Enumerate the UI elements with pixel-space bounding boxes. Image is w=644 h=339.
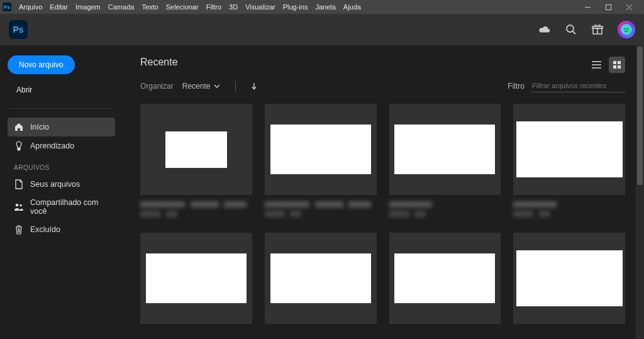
toolbar-divider xyxy=(235,81,236,91)
app-badge-small: Ps xyxy=(3,3,11,11)
header-actions xyxy=(538,21,635,38)
svg-point-17 xyxy=(592,61,593,62)
sidebar-item-label: Compartilhado com você xyxy=(30,198,109,216)
app-logo: Ps xyxy=(9,20,28,39)
recent-card[interactable] xyxy=(389,233,501,324)
card-meta xyxy=(140,201,252,220)
svg-rect-21 xyxy=(618,61,621,64)
menu-editar[interactable]: Editar xyxy=(46,3,72,11)
menu-janela[interactable]: Janela xyxy=(311,3,339,11)
sort-controls: Organizar Recente xyxy=(140,81,257,91)
organize-label: Organizar xyxy=(140,82,174,91)
sort-dropdown[interactable]: Recente xyxy=(182,82,221,91)
svg-line-5 xyxy=(573,31,575,34)
svg-rect-1 xyxy=(606,4,611,9)
page-title: Recente xyxy=(140,57,625,68)
lightbulb-icon xyxy=(14,141,24,151)
search-icon[interactable] xyxy=(565,23,577,36)
chevron-down-icon xyxy=(214,84,220,88)
menu-visualizar[interactable]: Visualizar xyxy=(242,3,279,11)
sidebar-item-label: Seus arquivos xyxy=(30,180,80,189)
svg-rect-23 xyxy=(618,65,621,69)
gift-icon[interactable] xyxy=(591,23,604,36)
svg-point-4 xyxy=(567,25,574,32)
menu-arquivo[interactable]: Arquivo xyxy=(15,3,46,11)
svg-point-12 xyxy=(16,204,19,207)
sidebar-item-your-files[interactable]: Seus arquivos xyxy=(8,175,115,194)
recent-card[interactable] xyxy=(389,104,501,220)
menu-ajuda[interactable]: Ajuda xyxy=(340,3,365,11)
sidebar-item-label: Excluído xyxy=(30,225,60,234)
menu-filtro[interactable]: Filtro xyxy=(203,3,225,11)
filter-controls: Filtro xyxy=(508,79,625,92)
people-icon xyxy=(14,202,24,212)
menu-selecionar[interactable]: Selecionar xyxy=(162,3,203,11)
home-icon xyxy=(14,122,24,132)
menu-3d[interactable]: 3D xyxy=(225,3,242,11)
grid-view-button[interactable] xyxy=(609,57,625,73)
menu-camada[interactable]: Camada xyxy=(104,3,138,11)
view-toggle xyxy=(589,57,625,73)
user-avatar[interactable] xyxy=(618,21,635,38)
thumbnail xyxy=(513,104,625,195)
card-meta xyxy=(265,201,377,220)
open-button[interactable]: Abrir xyxy=(8,81,41,99)
sidebar-section-header: ARQUIVOS xyxy=(8,155,115,175)
svg-rect-20 xyxy=(613,61,616,64)
filter-input[interactable] xyxy=(531,79,625,92)
sidebar-item-learn[interactable]: Aprendizado xyxy=(8,136,115,155)
avatar-inner xyxy=(621,24,632,35)
scrollbar-thumb[interactable] xyxy=(637,47,643,185)
menu-texto[interactable]: Texto xyxy=(138,3,162,11)
scrollbar-track[interactable] xyxy=(636,45,644,339)
thumbnail xyxy=(140,104,252,195)
sort-value: Recente xyxy=(182,82,211,91)
thumbnail xyxy=(389,104,501,195)
maximize-button[interactable] xyxy=(605,4,612,11)
content-area: Recente Organizar Recente Filtro xyxy=(123,45,644,339)
svg-rect-22 xyxy=(613,65,616,69)
thumbnail xyxy=(140,233,252,324)
recent-card[interactable] xyxy=(265,233,377,324)
thumbnail xyxy=(513,233,625,324)
recent-card[interactable] xyxy=(265,104,377,220)
sort-direction-button[interactable] xyxy=(251,82,257,90)
recent-card[interactable] xyxy=(513,233,625,324)
app-badge-text: Ps xyxy=(4,4,10,10)
svg-point-10 xyxy=(627,28,628,30)
filter-label: Filtro xyxy=(508,82,525,91)
header-bar: Ps xyxy=(0,14,644,45)
minimize-button[interactable] xyxy=(584,4,591,11)
recent-card[interactable] xyxy=(140,104,252,220)
new-file-button[interactable]: Novo arquivo xyxy=(8,55,75,74)
menu-plugins[interactable]: Plug-ins xyxy=(279,3,312,11)
sidebar-item-deleted[interactable]: Excluído xyxy=(8,220,115,239)
card-meta xyxy=(513,201,625,220)
svg-point-13 xyxy=(19,204,22,207)
svg-rect-8 xyxy=(592,26,602,28)
list-view-button[interactable] xyxy=(589,57,605,73)
sidebar-item-shared[interactable]: Compartilhado com você xyxy=(8,194,115,220)
recent-grid xyxy=(140,104,625,324)
recent-card[interactable] xyxy=(513,104,625,220)
file-icon xyxy=(14,179,24,189)
app-logo-text: Ps xyxy=(13,25,23,35)
content-toolbar: Organizar Recente Filtro xyxy=(140,79,625,92)
card-meta xyxy=(389,201,501,220)
thumbnail xyxy=(265,104,377,195)
window-controls xyxy=(584,4,641,11)
sidebar-separator xyxy=(10,108,113,109)
thumbnail xyxy=(389,233,501,324)
thumbnail xyxy=(265,233,377,324)
svg-point-9 xyxy=(625,28,626,30)
sidebar: Novo arquivo Abrir Início Aprendizado AR… xyxy=(0,45,123,339)
close-button[interactable] xyxy=(626,4,633,11)
recent-card[interactable] xyxy=(140,233,252,324)
menu-imagem[interactable]: Imagem xyxy=(72,3,104,11)
sidebar-item-home[interactable]: Início xyxy=(8,118,115,136)
cloud-icon[interactable] xyxy=(538,23,551,36)
menu-bar: Ps Arquivo Editar Imagem Camada Texto Se… xyxy=(0,0,644,14)
trash-icon xyxy=(14,225,24,235)
main-area: Novo arquivo Abrir Início Aprendizado AR… xyxy=(0,45,644,339)
svg-rect-11 xyxy=(625,31,628,31)
